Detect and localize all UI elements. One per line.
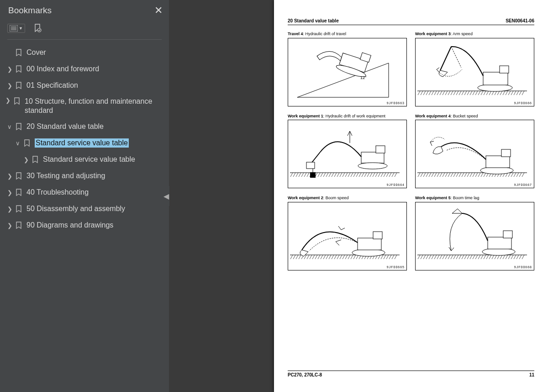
bookmark-icon <box>15 172 23 180</box>
bookmark-label: Standard service value table <box>35 138 129 148</box>
page-footer: PC270, 270LC-8 11 <box>288 371 534 377</box>
bookmark-tree[interactable]: Cover❯00 Index and foreword❯01 Specifica… <box>0 42 169 392</box>
bookmark-item[interactable]: ❯50 Disassembly and assembly <box>4 201 165 217</box>
figure-code: 9JF00667 <box>514 183 532 186</box>
figure-box: 9JF00665 <box>288 202 407 270</box>
figure-work-drift <box>293 125 398 180</box>
ribbon-tool-icon[interactable] <box>32 23 43 34</box>
bookmark-icon <box>15 205 23 213</box>
figure-code: 9JF00663 <box>387 101 405 105</box>
collapse-handle-icon[interactable]: ◀ <box>163 186 169 206</box>
svg-rect-100 <box>373 232 382 239</box>
bookmark-item[interactable]: ❯00 Index and foreword <box>4 61 165 77</box>
expand-caret-icon[interactable]: ❯ <box>4 97 12 104</box>
svg-rect-52 <box>376 146 385 153</box>
expand-caret-icon[interactable]: ❯ <box>5 82 14 89</box>
sidebar-divider <box>7 39 162 40</box>
figure-code: 9JF00664 <box>387 183 405 186</box>
figure-boom-speed <box>291 210 399 264</box>
figure-box: 9JF00667 <box>415 120 534 188</box>
bookmarks-sidebar: Bookmarks ✕ ▼ Cover❯00 Index and forewor… <box>0 0 169 392</box>
figure-travel-drift: 12° <box>293 45 398 104</box>
figure-arm-speed <box>418 42 526 99</box>
figure-card: Work equipment 5: Boom time lag9JF00668 <box>415 196 534 270</box>
bookmark-icon <box>15 81 23 90</box>
svg-rect-232 <box>503 231 512 238</box>
figure-code: 9JF00668 <box>514 265 532 269</box>
expand-caret-icon[interactable]: ❯ <box>22 156 30 163</box>
bookmark-icon <box>15 48 23 57</box>
svg-rect-54 <box>306 162 315 169</box>
right-column: Work equipment 3: Arm speed9JF00666Work … <box>415 32 534 270</box>
figure-code: 9JF00666 <box>514 101 532 105</box>
figure-card: Work equipment 2: Boom speed9JF00665 <box>288 196 407 270</box>
bookmark-item[interactable]: ❯90 Diagrams and drawings <box>4 217 165 233</box>
figure-bucket-speed <box>418 127 526 181</box>
bookmark-label: 10 Structure, function and maintenance s… <box>25 97 165 115</box>
sidebar-header: Bookmarks ✕ <box>0 0 169 20</box>
pdf-page: 20 Standard value table SEN00641-06 Trav… <box>274 0 548 392</box>
page-footer-left: PC270, 270LC-8 <box>288 372 322 377</box>
figure-box: 9JF00664 <box>288 120 407 188</box>
expand-caret-icon[interactable]: ∨ <box>5 123 14 130</box>
bookmark-item[interactable]: ∨Standard service value table <box>4 135 165 151</box>
bookmark-label: 01 Specification <box>26 81 78 90</box>
bookmark-label: 90 Diagrams and drawings <box>26 221 113 230</box>
expand-caret-icon[interactable]: ❯ <box>5 189 14 196</box>
page-viewport[interactable]: 20 Standard value table SEN00641-06 Trav… <box>274 0 548 392</box>
page-header: 20 Standard value table SEN00641-06 <box>288 18 534 25</box>
figure-boom-time-lag <box>418 207 526 263</box>
bookmark-item[interactable]: ❯40 Troubleshooting <box>4 184 165 201</box>
page-gutter <box>169 0 274 392</box>
figure-title: Work equipment 2: Boom speed <box>288 196 407 201</box>
expand-caret-icon[interactable]: ❯ <box>5 222 14 229</box>
bookmark-label: 20 Standard value table <box>26 122 104 131</box>
bookmark-item[interactable]: ∨20 Standard value table <box>4 118 165 135</box>
svg-rect-143 <box>483 72 508 85</box>
bookmark-item[interactable]: ❯01 Specification <box>4 77 165 94</box>
bookmark-item[interactable]: ❯Standard service value table <box>4 151 165 168</box>
figure-code: 9JF00665 <box>387 265 405 269</box>
expand-caret-icon[interactable]: ❯ <box>5 66 14 73</box>
svg-rect-51 <box>361 152 384 163</box>
expand-caret-icon[interactable]: ❯ <box>5 206 14 212</box>
svg-rect-188 <box>501 149 511 157</box>
bookmark-label: 00 Index and foreword <box>26 64 99 74</box>
expand-caret-icon[interactable]: ∨ <box>14 140 22 147</box>
figure-box: 9JF00666 <box>415 38 534 106</box>
page-footer-right: 11 <box>529 372 534 377</box>
sidebar-title: Bookmarks <box>8 5 52 16</box>
bookmark-label: Standard service value table <box>43 155 135 164</box>
app-root: Bookmarks ✕ ▼ Cover❯00 Index and forewor… <box>0 0 548 392</box>
svg-rect-187 <box>486 156 510 168</box>
bookmark-icon <box>15 221 23 229</box>
bookmark-icon <box>13 97 21 105</box>
bookmark-icon <box>15 188 23 196</box>
svg-point-53 <box>358 163 387 169</box>
left-column: Travel 4: Hydraulic drift of travel12°9J… <box>288 32 407 270</box>
svg-rect-231 <box>488 237 511 249</box>
bookmark-item[interactable]: ❯10 Structure, function and maintenance … <box>4 94 165 118</box>
bookmark-icon <box>15 65 23 73</box>
expand-caret-icon[interactable]: ❯ <box>5 173 14 180</box>
figure-title: Work equipment 3: Arm speed <box>415 32 534 37</box>
caret-down-icon: ▼ <box>19 26 23 31</box>
sidebar-toolbar: ▼ <box>0 20 169 38</box>
bookmark-icon <box>15 122 23 131</box>
bookmark-label: 50 Disassembly and assembly <box>26 204 125 213</box>
figure-card: Work equipment 4: Bucket speed9JF00667 <box>415 114 534 189</box>
figure-title: Work equipment 1: Hydraulic drift of wor… <box>288 114 407 119</box>
figure-box: 9JF00668 <box>415 202 534 270</box>
figure-title: Work equipment 4: Bucket speed <box>415 114 534 119</box>
options-dropdown[interactable]: ▼ <box>7 24 25 33</box>
figure-title: Travel 4: Hydraulic drift of travel <box>288 32 407 37</box>
bookmark-item[interactable]: ❯30 Testing and adjusting <box>4 168 165 184</box>
svg-text:12°: 12° <box>360 75 367 80</box>
figure-card: Work equipment 3: Arm speed9JF00666 <box>415 32 534 106</box>
page-header-left: 20 Standard value table <box>288 18 339 23</box>
close-icon[interactable]: ✕ <box>154 5 163 16</box>
figure-card: Work equipment 1: Hydraulic drift of wor… <box>288 114 407 189</box>
figure-title: Work equipment 5: Boom time lag <box>415 196 534 201</box>
bookmark-item[interactable]: Cover <box>4 44 165 61</box>
page-header-right: SEN00641-06 <box>506 18 534 23</box>
